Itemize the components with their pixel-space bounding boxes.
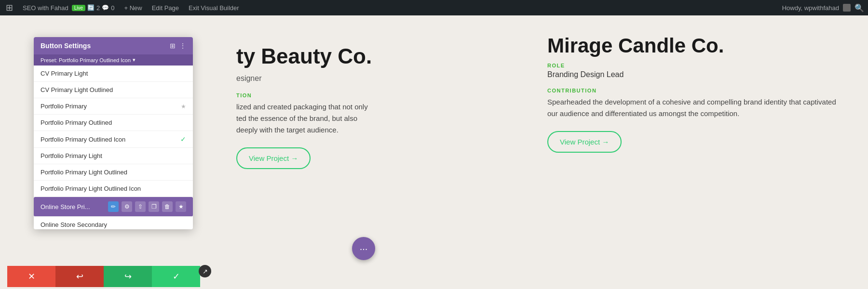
- role-label-2: ROLE: [547, 63, 839, 68]
- project-card-1: ty Beauty Co. esigner TION lized and cre…: [236, 35, 528, 270]
- project-card-2: Mirage Candle Co. ROLE Branding Design L…: [547, 35, 839, 270]
- list-item-online-store-primary-active[interactable]: Online Store Pri... ✏ ⚙ ⇧ ❐ 🗑 ★: [34, 197, 193, 217]
- comment-count: 0: [111, 4, 114, 12]
- fab-icon: ···: [360, 243, 368, 254]
- admin-bar: ⊞ SEO with Fahad Live 🔄 2 💬 0 + New Edit…: [0, 0, 868, 15]
- contribution-text-2: Spearheaded the development of a cohesiv…: [547, 96, 839, 119]
- designer-text: esigner: [236, 74, 528, 83]
- list-item[interactable]: Portfolio Primary Light Outlined Icon: [34, 181, 193, 197]
- list-item[interactable]: CV Primary Light Outlined: [34, 82, 193, 98]
- wp-logo-btn[interactable]: ⊞: [4, 0, 15, 15]
- edit-page-btn[interactable]: Edit Page: [150, 0, 181, 15]
- delete-preset-btn[interactable]: 🗑: [162, 201, 173, 212]
- list-item[interactable]: Portfolio Primary Outlined: [34, 115, 193, 131]
- list-item-online-store-secondary[interactable]: Online Store Secondary: [34, 217, 193, 229]
- wp-icon: ⊞: [6, 2, 13, 13]
- new-btn[interactable]: + New: [122, 0, 144, 15]
- bottom-toolbar: ✕ ↩ ↪ ✓: [0, 264, 207, 289]
- panel-title: Button Settings: [41, 42, 91, 50]
- layout-icon[interactable]: ⊞: [170, 42, 176, 50]
- save-button[interactable]: ✓: [152, 266, 200, 287]
- save-icon: ✓: [173, 271, 180, 282]
- cancel-icon: ✕: [28, 271, 35, 282]
- panel-header: Button Settings ⊞ ⋮: [34, 37, 193, 54]
- settings-preset-btn[interactable]: ⚙: [122, 201, 132, 212]
- avatar: [843, 4, 851, 12]
- action-icons-row: ✏ ⚙ ⇧ ❐ 🗑 ★: [108, 201, 186, 212]
- contribution-text-1: lized and created packaging that not onl…: [236, 101, 528, 136]
- howdy-text: Howdy, wpwithfahad: [782, 4, 839, 12]
- view-project-label-1: View Project →: [249, 154, 298, 162]
- divi-cursor-icon: ↗: [199, 265, 211, 277]
- exit-builder-label: Exit Visual Builder: [189, 4, 239, 12]
- preset-bar[interactable]: Preset: Portfolio Primary Outlined Icon …: [34, 54, 193, 66]
- list-item[interactable]: Portfolio Primary Light Outlined: [34, 164, 193, 181]
- undo-icon: ↩: [76, 271, 83, 282]
- site-name-btn[interactable]: SEO with Fahad Live 🔄 2 💬 0: [21, 0, 116, 15]
- role-value-2: Branding Design Lead: [547, 70, 839, 79]
- site-name-label: SEO with Fahad: [23, 4, 68, 12]
- undo-button[interactable]: ↩: [55, 266, 104, 287]
- revision-icon: 🔄: [87, 4, 95, 11]
- edit-preset-btn[interactable]: ✏: [108, 201, 119, 212]
- preset-dropdown: CV Primary Light CV Primary Light Outlin…: [34, 66, 193, 229]
- list-item[interactable]: Portfolio Primary Light: [34, 148, 193, 164]
- view-project-btn-1[interactable]: View Project →: [236, 147, 311, 169]
- view-project-label-2: View Project →: [560, 138, 609, 146]
- new-label: + New: [124, 4, 142, 12]
- star-preset-btn[interactable]: ★: [176, 201, 186, 212]
- contribution-label-2: CONTRIBUTION: [547, 88, 839, 93]
- more-icon[interactable]: ⋮: [179, 42, 186, 50]
- live-badge: Live: [72, 5, 85, 11]
- export-preset-btn[interactable]: ⇧: [135, 201, 146, 212]
- search-icon[interactable]: 🔍: [854, 3, 864, 13]
- company-name-2: Mirage Candle Co.: [547, 35, 839, 57]
- redo-icon: ↪: [124, 271, 132, 282]
- duplicate-preset-btn[interactable]: ❐: [149, 201, 159, 212]
- cancel-button[interactable]: ✕: [7, 266, 55, 287]
- edit-page-label: Edit Page: [152, 4, 179, 12]
- panel-container: Select A Preset Button Settings ⊞ ⋮ Pres…: [0, 15, 207, 289]
- cursor-symbol: ↗: [203, 268, 208, 275]
- contribution-label-1: TION: [236, 92, 528, 98]
- revision-count: 2: [96, 4, 100, 12]
- panel-header-icons: ⊞ ⋮: [170, 42, 186, 50]
- main-content: Select A Preset Button Settings ⊞ ⋮ Pres…: [0, 15, 868, 289]
- list-item[interactable]: Portfolio Primary ★: [34, 98, 193, 115]
- site-content: ty Beauty Co. esigner TION lized and cre…: [207, 15, 868, 289]
- floating-action-btn[interactable]: ···: [352, 237, 375, 260]
- preset-bar-text: Preset: Portfolio Primary Outlined Icon: [41, 57, 131, 63]
- list-item[interactable]: CV Primary Light: [34, 66, 193, 82]
- preset-bar-arrow: ▾: [133, 57, 136, 63]
- company-name-partial: ty Beauty Co.: [236, 44, 528, 68]
- comment-icon: 💬: [102, 4, 109, 11]
- button-settings-panel: Button Settings ⊞ ⋮ Preset: Portfolio Pr…: [34, 37, 193, 229]
- view-project-btn-2[interactable]: View Project →: [547, 131, 622, 153]
- list-item-portfolio-primary-outlined-icon[interactable]: Portfolio Primary Outlined Icon ✓: [34, 131, 193, 148]
- exit-builder-btn[interactable]: Exit Visual Builder: [187, 0, 241, 15]
- redo-button[interactable]: ↪: [104, 266, 152, 287]
